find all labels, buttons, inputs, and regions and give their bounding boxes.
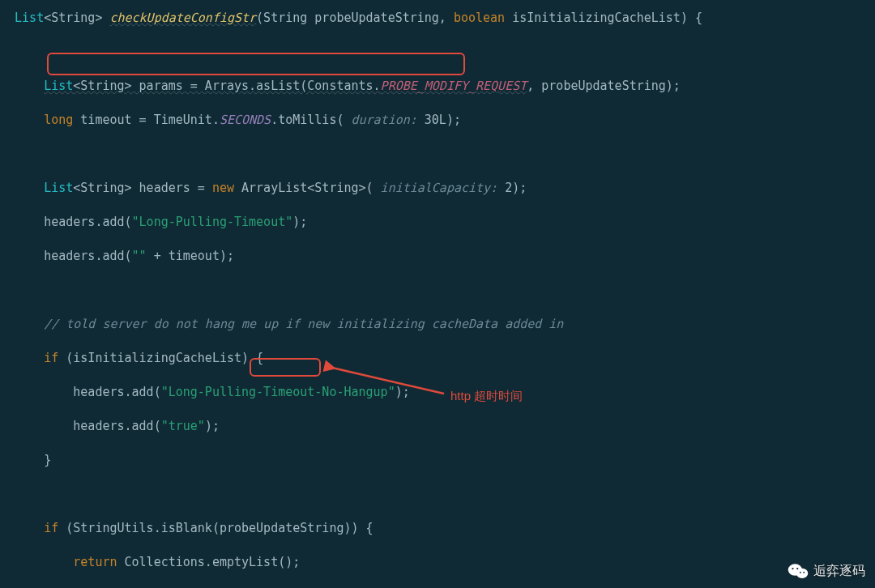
comment: // told server do not hang me up if new … [44, 317, 563, 331]
svg-line-0 [332, 368, 444, 394]
svg-point-2 [796, 569, 808, 578]
token-type: List [15, 11, 44, 25]
wechat-icon [788, 562, 809, 580]
inlay-hint-duration: duration: [344, 113, 424, 127]
watermark-text: 逅弈逐码 [813, 563, 865, 580]
annotation-text: http 超时时间 [450, 389, 523, 404]
wechat-watermark: 逅弈逐码 [788, 562, 865, 580]
svg-point-3 [792, 568, 793, 569]
code-block: List<String> checkUpdateConfigStr(String… [0, 10, 875, 588]
svg-point-4 [796, 568, 798, 569]
timeunit-seconds: SECONDS [220, 113, 271, 127]
code-editor: List<String> checkUpdateConfigStr(String… [0, 0, 875, 588]
annotation-arrow [322, 356, 452, 405]
svg-point-5 [800, 572, 801, 573]
inlay-hint-capacity: initialCapacity: [373, 181, 506, 195]
method-name: checkUpdateConfigStr [109, 11, 256, 25]
svg-point-6 [803, 572, 805, 573]
